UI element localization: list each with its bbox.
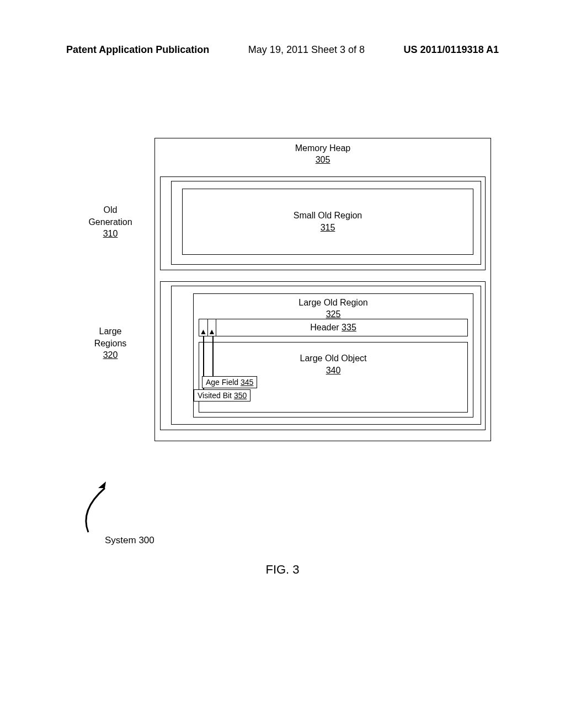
figure-label: FIG. 3 <box>0 563 565 577</box>
system-arrow-icon <box>72 477 132 538</box>
old-generation-ref: 310 <box>103 229 118 238</box>
small-old-region-ref: 315 <box>321 222 335 234</box>
header-bit-visited: ▲ <box>199 319 207 336</box>
age-field-label: Age Field <box>206 378 241 387</box>
age-field-ref: 345 <box>241 378 253 387</box>
header-right: US 2011/0119318 A1 <box>404 44 499 56</box>
system-label: System 300 <box>105 535 154 546</box>
visited-bit-label: Visited Bit <box>198 391 234 400</box>
header-left: Patent Application Publication <box>66 44 209 56</box>
large-regions-side-label: Large Regions 320 <box>72 325 149 361</box>
memory-heap-label: Memory Heap <box>295 143 350 153</box>
old-generation-label: Old Generation <box>88 205 132 227</box>
memory-heap-ref: 305 <box>316 155 331 164</box>
lead-line-age <box>212 336 214 377</box>
large-old-region-ref: 325 <box>326 309 341 319</box>
page-header: Patent Application Publication May 19, 2… <box>0 44 565 56</box>
large-regions-label: Large Regions <box>94 326 127 348</box>
header-box: Header 335 <box>199 319 468 336</box>
old-generation-side-label: Old Generation 310 <box>72 204 149 240</box>
small-old-region-box: Small Old Region 315 <box>182 189 473 255</box>
visited-bit-callout: Visited Bit 350 <box>194 389 250 402</box>
large-old-object-ref: 340 <box>326 366 341 375</box>
header-box-ref: 335 <box>342 323 356 332</box>
header-center: May 19, 2011 Sheet 3 of 8 <box>248 44 365 56</box>
age-field-callout: Age Field 345 <box>202 376 257 388</box>
small-old-region-label: Small Old Region <box>294 210 363 222</box>
header-bit-age: ▲ <box>207 319 216 336</box>
large-regions-ref: 320 <box>103 350 118 360</box>
visited-bit-ref: 350 <box>234 391 247 400</box>
large-old-region-label: Large Old Region <box>299 298 367 307</box>
svg-marker-0 <box>98 481 106 488</box>
header-box-label: Header <box>310 323 342 332</box>
large-old-object-label: Large Old Object <box>300 354 367 363</box>
